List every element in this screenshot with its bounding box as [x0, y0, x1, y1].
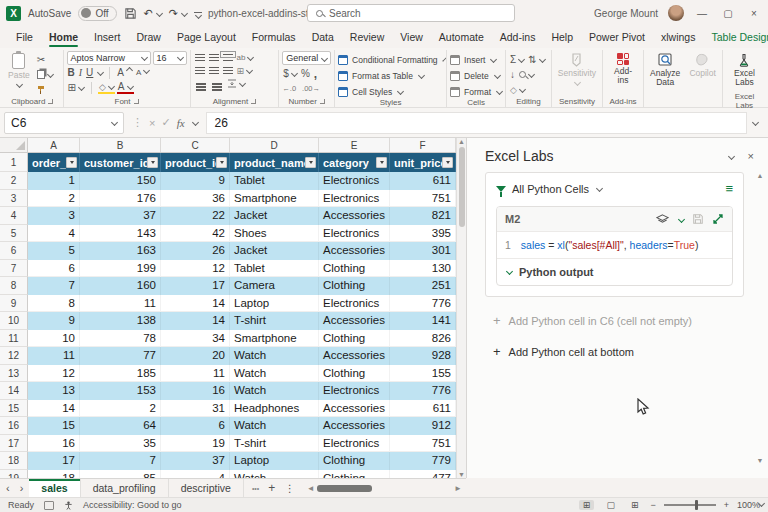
cell-E6[interactable]: Accessories	[319, 242, 390, 260]
cell-F12[interactable]: 928	[390, 347, 456, 365]
row-header-11[interactable]: 11	[0, 330, 28, 348]
cell-A3[interactable]: 2	[28, 190, 80, 208]
minimize-button[interactable]: —	[694, 8, 710, 19]
cell-C6[interactable]: 26	[161, 242, 230, 260]
cell-B6[interactable]: 163	[80, 242, 161, 260]
cell-C4[interactable]: 22	[161, 207, 230, 225]
save-cell-icon[interactable]	[692, 213, 704, 225]
ribbon-tab-data[interactable]: Data	[304, 28, 342, 48]
name-box[interactable]: C6	[4, 112, 124, 134]
wrap-text-button[interactable]: ⊞	[236, 64, 254, 77]
expand-cell-icon[interactable]	[712, 213, 724, 225]
cell-E14[interactable]: Electronics	[319, 382, 390, 400]
cell-E9[interactable]: Electronics	[319, 295, 390, 313]
cell-A16[interactable]: 15	[28, 417, 80, 435]
percent-button[interactable]: %	[300, 67, 311, 80]
cell-B12[interactable]: 77	[80, 347, 161, 365]
column-header-C[interactable]: C	[161, 138, 230, 152]
cell-F4[interactable]: 821	[390, 207, 456, 225]
cell-C3[interactable]: 36	[161, 190, 230, 208]
ribbon-tab-add-ins[interactable]: Add-ins	[492, 28, 544, 48]
ribbon-tab-page-layout[interactable]: Page Layout	[169, 28, 244, 48]
cell-A18[interactable]: 17	[28, 452, 80, 470]
search-input[interactable]: Search	[307, 4, 515, 22]
cell-C19[interactable]: 4	[161, 470, 230, 479]
cell-F13[interactable]: 155	[390, 365, 456, 383]
filter-dropdown-icon[interactable]	[147, 157, 158, 168]
cell-D14[interactable]: Watch	[230, 382, 319, 400]
spreadsheet-grid[interactable]: ABCDEF1order_idcustomer_idproduct_idprod…	[0, 138, 456, 478]
cell-E2[interactable]: Electronics	[319, 172, 390, 190]
table-header-unit_price[interactable]: unit_price	[390, 153, 456, 172]
cell-F16[interactable]: 912	[390, 417, 456, 435]
ribbon-tab-xlwings[interactable]: xlwings	[653, 28, 703, 48]
cell-F5[interactable]: 395	[390, 225, 456, 243]
add-sheet-button[interactable]: +	[268, 481, 275, 495]
styles-conditional-formatting[interactable]: Conditional Formatting	[338, 53, 443, 66]
cell-B7[interactable]: 199	[80, 260, 161, 278]
pane-scrollbar[interactable]: ▲ ▼	[756, 172, 764, 464]
formula-options-icon[interactable]: ⋮	[132, 116, 143, 129]
zoom-slider-thumb[interactable]	[695, 500, 699, 510]
borders-button[interactable]: ⊞	[67, 81, 85, 94]
cell-F17[interactable]: 751	[390, 435, 456, 453]
filter-dropdown-icon[interactable]	[66, 157, 77, 168]
row-header-5[interactable]: 5	[0, 225, 28, 243]
cell-C16[interactable]: 6	[161, 417, 230, 435]
cell-E17[interactable]: Electronics	[319, 435, 390, 453]
cell-D11[interactable]: Smartphone	[230, 330, 319, 348]
filter-chevron-icon[interactable]	[596, 185, 603, 192]
merge-center-button[interactable]	[226, 77, 246, 90]
cell-A9[interactable]: 8	[28, 295, 80, 313]
ribbon-tab-file[interactable]: File	[8, 28, 41, 48]
cell-B17[interactable]: 35	[80, 435, 161, 453]
cell-B15[interactable]: 2	[80, 400, 161, 418]
filter-dropdown-icon[interactable]	[216, 157, 227, 168]
align-middle-icon[interactable]	[209, 54, 219, 55]
align-center-icon[interactable]	[209, 67, 219, 68]
addins-button[interactable]: Add-ins	[606, 51, 640, 88]
cancel-entry-icon[interactable]: ×	[149, 117, 155, 129]
ribbon-tab-help[interactable]: Help	[543, 28, 581, 48]
row-header-2[interactable]: 2	[0, 172, 28, 190]
dialog-launcher-icon[interactable]	[320, 99, 325, 104]
cell-B8[interactable]: 160	[80, 277, 161, 295]
row-header-10[interactable]: 10	[0, 312, 28, 330]
comma-style-button[interactable]: ,	[313, 67, 318, 80]
row-header-16[interactable]: 16	[0, 417, 28, 435]
clear-button[interactable]: ◇	[509, 83, 526, 96]
cell-B19[interactable]: 85	[80, 470, 161, 479]
cell-B10[interactable]: 138	[80, 312, 161, 330]
increase-decimal-button[interactable]: ←.0	[282, 84, 296, 93]
table-header-order_id[interactable]: order_id	[28, 153, 80, 172]
cell-A14[interactable]: 13	[28, 382, 80, 400]
autosave-toggle[interactable]: Off	[78, 6, 116, 21]
copy-button[interactable]	[36, 68, 54, 81]
cell-F7[interactable]: 130	[390, 260, 456, 278]
layers-icon[interactable]	[656, 214, 669, 225]
cell-B18[interactable]: 7	[80, 452, 161, 470]
maximize-button[interactable]: ▢	[720, 8, 736, 19]
font-size-combo[interactable]: 16	[153, 51, 187, 65]
find-select-button[interactable]	[518, 68, 535, 81]
expand-formula-bar-icon[interactable]	[752, 119, 759, 126]
cell-F10[interactable]: 141	[390, 312, 456, 330]
cell-F19[interactable]: 477	[390, 470, 456, 479]
paste-button[interactable]: Paste	[5, 51, 33, 89]
row-header-18[interactable]: 18	[0, 452, 28, 470]
cell-E12[interactable]: Accessories	[319, 347, 390, 365]
cell-E4[interactable]: Accessories	[319, 207, 390, 225]
copilot-button[interactable]: Copilot	[686, 51, 718, 80]
select-all-corner[interactable]	[0, 138, 28, 152]
cell-B14[interactable]: 153	[80, 382, 161, 400]
format-painter-button[interactable]	[36, 83, 54, 96]
align-right-icon[interactable]	[223, 67, 233, 68]
align-left-icon[interactable]	[195, 67, 205, 68]
sheet-tab-sales[interactable]: sales	[29, 479, 80, 497]
next-sheet-icon[interactable]: ›	[20, 482, 24, 494]
collapse-ribbon-chevron-icon[interactable]	[757, 498, 764, 508]
cell-B4[interactable]: 37	[80, 207, 161, 225]
cell-C18[interactable]: 37	[161, 452, 230, 470]
cell-D8[interactable]: Camera	[230, 277, 319, 295]
cell-A8[interactable]: 7	[28, 277, 80, 295]
